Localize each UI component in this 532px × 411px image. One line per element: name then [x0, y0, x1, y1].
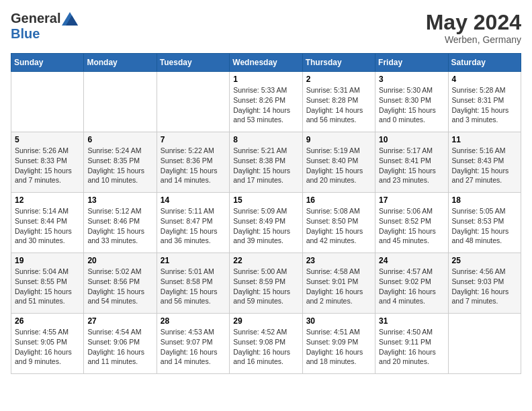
calendar-cell: 21Sunrise: 5:01 AM Sunset: 8:58 PM Dayli… — [157, 253, 229, 314]
weekday-header-row: SundayMondayTuesdayWednesdayThursdayFrid… — [11, 54, 521, 72]
weekday-header-monday: Monday — [84, 54, 157, 72]
day-number: 3 — [379, 75, 444, 84]
calendar-cell: 20Sunrise: 5:02 AM Sunset: 8:56 PM Dayli… — [84, 253, 157, 314]
day-number: 11 — [452, 135, 517, 144]
day-number: 21 — [161, 256, 226, 265]
day-number: 25 — [452, 256, 517, 265]
day-number: 20 — [87, 256, 152, 265]
day-info: Sunrise: 5:02 AM Sunset: 8:56 PM Dayligh… — [87, 267, 152, 306]
day-info: Sunrise: 5:06 AM Sunset: 8:52 PM Dayligh… — [379, 206, 444, 246]
day-info: Sunrise: 5:19 AM Sunset: 8:40 PM Dayligh… — [306, 146, 371, 185]
day-info: Sunrise: 5:28 AM Sunset: 8:31 PM Dayligh… — [452, 85, 517, 125]
calendar-cell: 27Sunrise: 4:54 AM Sunset: 9:06 PM Dayli… — [84, 314, 157, 374]
weekday-header-friday: Friday — [375, 54, 448, 72]
day-number: 8 — [233, 135, 298, 144]
weekday-header-saturday: Saturday — [448, 54, 521, 72]
day-number: 23 — [306, 256, 371, 265]
day-number: 10 — [379, 135, 444, 144]
week-row-3: 12Sunrise: 5:14 AM Sunset: 8:44 PM Dayli… — [11, 193, 521, 253]
calendar-cell: 13Sunrise: 5:12 AM Sunset: 8:46 PM Dayli… — [84, 193, 157, 253]
day-info: Sunrise: 4:58 AM Sunset: 9:01 PM Dayligh… — [306, 267, 371, 306]
calendar-cell — [448, 314, 521, 374]
day-info: Sunrise: 5:01 AM Sunset: 8:58 PM Dayligh… — [161, 267, 226, 306]
day-info: Sunrise: 5:16 AM Sunset: 8:43 PM Dayligh… — [452, 146, 517, 185]
calendar-cell — [11, 72, 84, 132]
day-info: Sunrise: 5:31 AM Sunset: 8:28 PM Dayligh… — [306, 85, 371, 125]
weekday-header-tuesday: Tuesday — [157, 54, 229, 72]
day-number: 5 — [15, 135, 80, 144]
weekday-header-thursday: Thursday — [302, 54, 375, 72]
calendar-cell: 9Sunrise: 5:19 AM Sunset: 8:40 PM Daylig… — [302, 132, 375, 193]
calendar-cell: 30Sunrise: 4:51 AM Sunset: 9:09 PM Dayli… — [302, 314, 375, 374]
calendar-cell: 11Sunrise: 5:16 AM Sunset: 8:43 PM Dayli… — [448, 132, 521, 193]
calendar-cell: 25Sunrise: 4:56 AM Sunset: 9:03 PM Dayli… — [448, 253, 521, 314]
day-info: Sunrise: 5:08 AM Sunset: 8:50 PM Dayligh… — [306, 206, 371, 246]
calendar-cell: 29Sunrise: 4:52 AM Sunset: 9:08 PM Dayli… — [230, 314, 302, 374]
day-number: 24 — [379, 256, 444, 265]
calendar-cell: 4Sunrise: 5:28 AM Sunset: 8:31 PM Daylig… — [448, 72, 521, 132]
day-number: 15 — [233, 195, 298, 205]
week-row-1: 1Sunrise: 5:33 AM Sunset: 8:26 PM Daylig… — [11, 72, 521, 132]
weekday-header-wednesday: Wednesday — [230, 54, 302, 72]
day-info: Sunrise: 5:17 AM Sunset: 8:41 PM Dayligh… — [379, 146, 444, 185]
calendar-cell: 26Sunrise: 4:55 AM Sunset: 9:05 PM Dayli… — [11, 314, 84, 374]
day-info: Sunrise: 4:50 AM Sunset: 9:11 PM Dayligh… — [379, 327, 444, 367]
day-number: 31 — [379, 316, 444, 326]
day-info: Sunrise: 4:56 AM Sunset: 9:03 PM Dayligh… — [452, 267, 517, 306]
calendar-cell: 28Sunrise: 4:53 AM Sunset: 9:07 PM Dayli… — [157, 314, 229, 374]
calendar-cell: 23Sunrise: 4:58 AM Sunset: 9:01 PM Dayli… — [302, 253, 375, 314]
month-year: May 2024 — [426, 11, 521, 34]
day-number: 1 — [233, 75, 298, 84]
day-info: Sunrise: 5:11 AM Sunset: 8:47 PM Dayligh… — [161, 206, 226, 246]
logo-icon — [62, 12, 78, 26]
day-number: 4 — [452, 75, 517, 84]
calendar-cell: 17Sunrise: 5:06 AM Sunset: 8:52 PM Dayli… — [375, 193, 448, 253]
calendar-cell: 31Sunrise: 4:50 AM Sunset: 9:11 PM Dayli… — [375, 314, 448, 374]
day-info: Sunrise: 5:00 AM Sunset: 8:59 PM Dayligh… — [233, 267, 298, 306]
week-row-4: 19Sunrise: 5:04 AM Sunset: 8:55 PM Dayli… — [11, 253, 521, 314]
day-info: Sunrise: 5:09 AM Sunset: 8:49 PM Dayligh… — [233, 206, 298, 246]
day-info: Sunrise: 5:12 AM Sunset: 8:46 PM Dayligh… — [87, 206, 152, 246]
day-info: Sunrise: 5:04 AM Sunset: 8:55 PM Dayligh… — [15, 267, 80, 306]
title-block: May 2024 Werben, Germany — [426, 11, 521, 45]
day-number: 17 — [379, 195, 444, 205]
day-number: 19 — [15, 256, 80, 265]
calendar-cell: 19Sunrise: 5:04 AM Sunset: 8:55 PM Dayli… — [11, 253, 84, 314]
day-number: 28 — [161, 316, 226, 326]
day-info: Sunrise: 4:55 AM Sunset: 9:05 PM Dayligh… — [15, 327, 80, 367]
day-number: 12 — [15, 195, 80, 205]
day-number: 16 — [306, 195, 371, 205]
calendar-cell — [84, 72, 157, 132]
day-info: Sunrise: 5:05 AM Sunset: 8:53 PM Dayligh… — [452, 206, 517, 246]
calendar-cell: 12Sunrise: 5:14 AM Sunset: 8:44 PM Dayli… — [11, 193, 84, 253]
day-number: 13 — [87, 195, 152, 205]
day-number: 2 — [306, 75, 371, 84]
calendar-cell: 6Sunrise: 5:24 AM Sunset: 8:35 PM Daylig… — [84, 132, 157, 193]
calendar-cell: 2Sunrise: 5:31 AM Sunset: 8:28 PM Daylig… — [302, 72, 375, 132]
day-info: Sunrise: 5:21 AM Sunset: 8:38 PM Dayligh… — [233, 146, 298, 185]
day-number: 27 — [87, 316, 152, 326]
day-number: 30 — [306, 316, 371, 326]
day-info: Sunrise: 4:53 AM Sunset: 9:07 PM Dayligh… — [161, 327, 226, 367]
logo: General Blue — [11, 11, 78, 42]
logo-blue: Blue — [11, 26, 40, 42]
calendar-cell: 3Sunrise: 5:30 AM Sunset: 8:30 PM Daylig… — [375, 72, 448, 132]
calendar-cell: 14Sunrise: 5:11 AM Sunset: 8:47 PM Dayli… — [157, 193, 229, 253]
day-number: 22 — [233, 256, 298, 265]
day-info: Sunrise: 5:26 AM Sunset: 8:33 PM Dayligh… — [15, 146, 80, 185]
calendar-cell — [157, 72, 229, 132]
day-number: 18 — [452, 195, 517, 205]
day-number: 14 — [161, 195, 226, 205]
week-row-5: 26Sunrise: 4:55 AM Sunset: 9:05 PM Dayli… — [11, 314, 521, 374]
day-info: Sunrise: 5:14 AM Sunset: 8:44 PM Dayligh… — [15, 206, 80, 246]
day-info: Sunrise: 5:22 AM Sunset: 8:36 PM Dayligh… — [161, 146, 226, 185]
week-row-2: 5Sunrise: 5:26 AM Sunset: 8:33 PM Daylig… — [11, 132, 521, 193]
calendar-cell: 5Sunrise: 5:26 AM Sunset: 8:33 PM Daylig… — [11, 132, 84, 193]
calendar: SundayMondayTuesdayWednesdayThursdayFrid… — [11, 53, 521, 374]
calendar-cell: 24Sunrise: 4:57 AM Sunset: 9:02 PM Dayli… — [375, 253, 448, 314]
day-info: Sunrise: 4:51 AM Sunset: 9:09 PM Dayligh… — [306, 327, 371, 367]
calendar-cell: 22Sunrise: 5:00 AM Sunset: 8:59 PM Dayli… — [230, 253, 302, 314]
weekday-header-sunday: Sunday — [11, 54, 84, 72]
day-info: Sunrise: 5:33 AM Sunset: 8:26 PM Dayligh… — [233, 85, 298, 125]
day-number: 7 — [161, 135, 226, 144]
